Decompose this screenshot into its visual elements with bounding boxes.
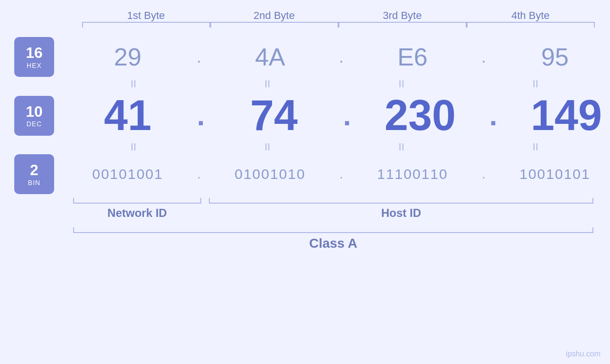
id-labels: Network ID Host ID (73, 206, 596, 220)
byte-header-1: 1st Byte (82, 9, 210, 22)
network-id-label: Network ID (73, 206, 201, 220)
bin-dot-2: . (334, 167, 348, 182)
network-id-bracket (73, 198, 201, 204)
equals-row-2: II II II II (14, 142, 596, 152)
top-bracket-4 (467, 22, 595, 28)
byte-header-4: 4th Byte (467, 9, 595, 22)
hex-cell-1: 29 (64, 43, 192, 71)
id-brackets (73, 198, 596, 204)
bin-dot-3: . (477, 167, 491, 182)
equals-8: II (475, 142, 596, 152)
bin-base-label: BIN (28, 179, 40, 187)
hex-row: 16 HEX 29 . 4A . E6 . 95 (14, 37, 596, 77)
hex-cell-3: E6 (348, 43, 477, 71)
byte-header-3: 3rd Byte (338, 9, 467, 22)
dec-cell-1: 41 (64, 91, 192, 140)
bin-values: 00101001 . 01001010 . 11100110 . 1001010… (64, 166, 610, 182)
hex-base-label: HEX (27, 62, 42, 69)
bin-base-number: 2 (30, 162, 38, 178)
watermark: ipshu.com (566, 350, 601, 358)
equals-1: II (73, 79, 194, 89)
equals-3: II (341, 79, 462, 89)
dec-value-1: 41 (104, 92, 151, 139)
dec-base-label: DEC (27, 120, 42, 128)
bin-value-4: 10010101 (519, 166, 590, 182)
class-section: Class A (14, 227, 596, 251)
bin-cell-3: 11100110 (348, 166, 477, 182)
dec-dot-1: . (194, 102, 208, 130)
equals-7: II (341, 142, 462, 152)
top-bracket-2 (210, 22, 338, 28)
bin-cell-4: 10010101 (491, 166, 610, 182)
bin-badge: 2 BIN (14, 154, 54, 194)
dec-value-2: 74 (250, 92, 298, 139)
dec-cell-2: 74 (210, 91, 338, 140)
hex-value-1: 29 (114, 43, 141, 71)
dec-row: 10 DEC 41 . 74 . 230 . 149 (14, 91, 596, 140)
class-bracket (73, 227, 593, 233)
dec-dot-3: . (486, 102, 500, 130)
host-id-label: Host ID (209, 206, 593, 220)
hex-cell-2: 4A (206, 43, 334, 71)
equals-2: II (207, 79, 328, 89)
hex-dot-2: . (334, 47, 348, 67)
id-section: Network ID Host ID (14, 198, 596, 220)
dec-value-4: 149 (531, 92, 602, 139)
byte-headers-row: 1st Byte 2nd Byte 3rd Byte 4th Byte (14, 9, 596, 22)
hex-dot-3: . (477, 47, 491, 67)
main-container: 1st Byte 2nd Byte 3rd Byte 4th Byte 16 H… (0, 0, 610, 364)
hex-base-number: 16 (26, 45, 43, 61)
byte-header-2: 2nd Byte (210, 9, 338, 22)
top-brackets (14, 22, 596, 28)
dec-dot-2: . (340, 102, 354, 130)
bin-value-1: 00101001 (92, 166, 163, 182)
dec-value-3: 230 (385, 92, 456, 139)
hex-values: 29 . 4A . E6 . 95 (64, 43, 610, 71)
dec-cell-4: 149 (502, 91, 610, 140)
dec-base-number: 10 (26, 103, 43, 120)
dec-badge: 10 DEC (14, 96, 54, 136)
dec-values: 41 . 74 . 230 . 149 (64, 91, 610, 140)
bin-value-3: 11100110 (377, 166, 448, 182)
hex-dot-1: . (192, 47, 206, 67)
top-bracket-1 (82, 22, 210, 28)
host-id-bracket (209, 198, 593, 204)
hex-badge: 16 HEX (14, 37, 54, 77)
hex-value-3: E6 (397, 43, 428, 71)
class-label: Class A (73, 236, 593, 251)
hex-value-2: 4A (255, 43, 285, 71)
hex-value-4: 95 (541, 43, 569, 71)
bin-cell-2: 01001010 (206, 166, 334, 182)
equals-4: II (475, 79, 596, 89)
equals-6: II (207, 142, 328, 152)
equals-row-1: II II II II (14, 79, 596, 89)
bin-value-2: 01001010 (235, 166, 305, 182)
top-bracket-3 (338, 22, 467, 28)
bin-dot-1: . (192, 167, 206, 182)
bin-row: 2 BIN 00101001 . 01001010 . 11100110 . 1… (14, 154, 596, 194)
hex-cell-4: 95 (491, 43, 610, 71)
bin-cell-1: 00101001 (64, 166, 192, 182)
equals-5: II (73, 142, 194, 152)
dec-cell-3: 230 (356, 91, 484, 140)
